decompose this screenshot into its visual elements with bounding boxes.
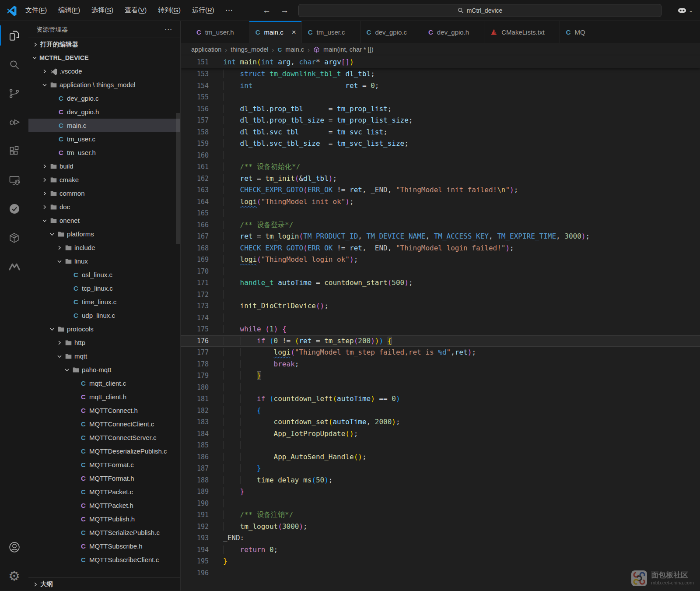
tree-item-MQTTPublish.h[interactable]: CMQTTPublish.h xyxy=(28,512,180,526)
line-number[interactable]: 168 xyxy=(181,243,209,254)
line-number[interactable]: 156 xyxy=(181,103,209,115)
tree-item-MQTTFormat.c[interactable]: CMQTTFormat.c xyxy=(28,458,180,471)
tree-item-MQTTSubscribeClient.c[interactable]: CMQTTSubscribeClient.c xyxy=(28,553,180,566)
tree-item-platforms[interactable]: platforms xyxy=(28,227,180,241)
tree-item-paho-mqtt[interactable]: paho-mqtt xyxy=(28,363,180,376)
tree-item-linux[interactable]: linux xyxy=(28,254,180,268)
breadcrumb-item[interactable]: application xyxy=(191,46,221,53)
line-number[interactable]: 162 xyxy=(181,173,209,185)
line-number[interactable]: 188 xyxy=(181,475,209,486)
tree-item-application \ things_model[interactable]: application \ things_model xyxy=(28,78,180,91)
code-line-182[interactable]: 182 { xyxy=(181,405,700,417)
code-line-180[interactable]: 180 xyxy=(181,382,700,394)
run-debug-icon[interactable] xyxy=(0,108,28,137)
code-line-196[interactable]: 196 xyxy=(181,567,700,579)
code-line-164[interactable]: 164 logi("ThingModel init ok"); xyxy=(181,196,700,208)
line-number[interactable]: 184 xyxy=(181,428,209,440)
code-line-178[interactable]: 178 break; xyxy=(181,359,700,370)
back-arrow-icon[interactable]: ← xyxy=(262,6,271,15)
code-line-185[interactable]: 185 xyxy=(181,440,700,451)
code-line-186[interactable]: 186 App_AutoSend_Handle(); xyxy=(181,451,700,463)
tree-item-mqtt_client.h[interactable]: Cmqtt_client.h xyxy=(28,390,180,404)
line-number[interactable]: 194 xyxy=(181,544,209,556)
line-number[interactable]: 166 xyxy=(181,219,209,231)
source-control-icon[interactable] xyxy=(0,79,28,108)
menu-e[interactable]: 编辑(E) xyxy=(52,6,86,14)
line-number[interactable]: 154 xyxy=(181,80,209,92)
tree-item-cmake[interactable]: cmake xyxy=(28,173,180,186)
tree-item-.vscode[interactable]: .vscode xyxy=(28,64,180,78)
breadcrumb-file[interactable]: main.c xyxy=(285,46,304,53)
tab-MQ[interactable]: CMQ xyxy=(560,21,691,43)
line-number[interactable]: 176 xyxy=(181,335,209,347)
code-line-171[interactable]: 171 handle_t autoTime = countdown_start(… xyxy=(181,277,700,289)
tree-item-MQTTDeserializePublish.c[interactable]: CMQTTDeserializePublish.c xyxy=(28,444,180,458)
line-number[interactable]: 181 xyxy=(181,393,209,405)
menu-r[interactable]: 运行(R) xyxy=(186,6,220,14)
tree-item-tm_user.h[interactable]: Ctm_user.h xyxy=(28,146,180,159)
command-center-search[interactable]: mCtrl_device xyxy=(298,4,662,17)
forward-arrow-icon[interactable]: → xyxy=(280,6,289,15)
code-line-174[interactable]: 174 xyxy=(181,312,700,324)
code-line-153[interactable]: 153 struct tm_downlink_tbl_t dl_tbl; xyxy=(181,68,700,80)
sticky-scroll-line[interactable]: 151int main(int arg, char* argv[]) xyxy=(181,56,700,68)
line-number[interactable]: 186 xyxy=(181,451,209,463)
code-line-167[interactable]: 167 ret = tm_login(TM_PRODUCT_ID, TM_DEV… xyxy=(181,231,700,243)
code-line-162[interactable]: 162 ret = tm_init(&dl_tbl); xyxy=(181,173,700,185)
breadcrumb-item[interactable]: things_model xyxy=(231,46,268,53)
menu-more-button[interactable]: ⋯ xyxy=(220,6,239,15)
tree-item-mqtt_client.c[interactable]: Cmqtt_client.c xyxy=(28,376,180,390)
menu-f[interactable]: 文件(F) xyxy=(20,6,52,14)
line-number[interactable]: 182 xyxy=(181,405,209,417)
settings-gear-icon[interactable]: ⚙ xyxy=(0,562,28,591)
sidebar-scrollbar[interactable] xyxy=(176,113,180,244)
tree-item-tm_user.c[interactable]: Ctm_user.c xyxy=(28,132,180,146)
code-line-195[interactable]: 195} xyxy=(181,556,700,567)
remote-explorer-icon[interactable] xyxy=(0,165,28,194)
tab-dev_gpio.c[interactable]: Cdev_gpio.c xyxy=(360,21,422,43)
breadcrumb-symbol[interactable]: main(int, char * []) xyxy=(323,46,373,53)
line-number[interactable]: 163 xyxy=(181,184,209,196)
code-line-163[interactable]: 163 CHECK_EXPR_GOTO(ERR_OK != ret, _END,… xyxy=(181,184,700,196)
code-line-166[interactable]: 166 /** 设备登录*/ xyxy=(181,219,700,231)
line-number[interactable]: 155 xyxy=(181,91,209,103)
code-line-169[interactable]: 169 logi("ThingModel login ok"); xyxy=(181,254,700,266)
code-line-170[interactable]: 170 xyxy=(181,266,700,278)
line-number[interactable]: 153 xyxy=(181,68,209,80)
code-line-189[interactable]: 189 } xyxy=(181,486,700,498)
tab-main.c[interactable]: Cmain.c× xyxy=(249,21,302,43)
tab-tm_user.c[interactable]: Ctm_user.c xyxy=(302,21,360,43)
copilot-menu[interactable]: ⌄ xyxy=(677,0,693,21)
line-number[interactable]: 183 xyxy=(181,416,209,428)
code-line-188[interactable]: 188 time_delay_ms(50); xyxy=(181,475,700,486)
code-line-155[interactable]: 155 xyxy=(181,91,700,103)
code-line-165[interactable]: 165 xyxy=(181,208,700,219)
tree-item-MQTTSerializePublish.c[interactable]: CMQTTSerializePublish.c xyxy=(28,526,180,539)
line-number[interactable]: 157 xyxy=(181,115,209,127)
line-number[interactable]: 160 xyxy=(181,150,209,162)
line-number[interactable]: 196 xyxy=(181,567,209,579)
tree-item-MQTTConnectClient.c[interactable]: CMQTTConnectClient.c xyxy=(28,417,180,431)
tree-item-main.c[interactable]: Cmain.c xyxy=(28,119,180,132)
line-number[interactable]: 190 xyxy=(181,498,209,510)
line-number[interactable]: 159 xyxy=(181,138,209,150)
tree-item-time_linux.c[interactable]: Ctime_linux.c xyxy=(28,295,180,309)
line-number[interactable]: 161 xyxy=(181,161,209,173)
code-line-193[interactable]: 193_END: xyxy=(181,532,700,544)
line-number[interactable]: 195 xyxy=(181,556,209,567)
tree-item-dev_gpio.h[interactable]: Cdev_gpio.h xyxy=(28,105,180,119)
line-number[interactable]: 173 xyxy=(181,300,209,312)
code-line-156[interactable]: 156 dl_tbl.prop_tbl = tm_prop_list; xyxy=(181,103,700,115)
tree-item-MQTTPacket.h[interactable]: CMQTTPacket.h xyxy=(28,499,180,512)
line-number[interactable]: 180 xyxy=(181,382,209,394)
code-line-158[interactable]: 158 dl_tbl.svc_tbl = tm_svc_list; xyxy=(181,127,700,138)
code-line-154[interactable]: 154 int ret = 0; xyxy=(181,80,700,92)
menu-v[interactable]: 查看(V) xyxy=(119,6,152,14)
code-line-161[interactable]: 161 /** 设备初始化*/ xyxy=(181,161,700,173)
tree-item-tcp_linux.c[interactable]: Ctcp_linux.c xyxy=(28,281,180,295)
line-number[interactable]: 169 xyxy=(181,254,209,266)
testing-icon[interactable] xyxy=(0,194,28,223)
code-line-175[interactable]: 175 while (1) { xyxy=(181,324,700,335)
line-number[interactable]: 151 xyxy=(181,56,209,68)
line-number[interactable]: 158 xyxy=(181,127,209,138)
